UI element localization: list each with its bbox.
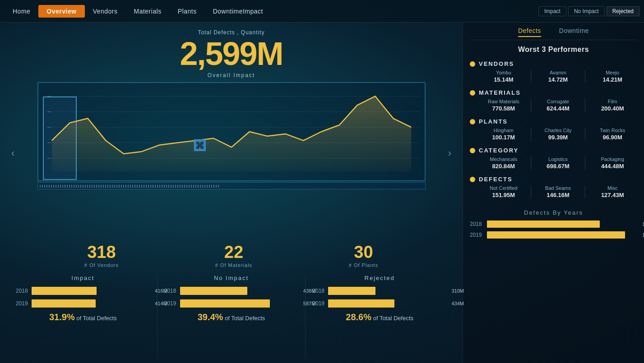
nav-arrow-left[interactable]: ‹ bbox=[11, 147, 14, 159]
bar-noimpact-title: No Impact bbox=[164, 275, 299, 281]
performer-items-defects: Not Certified 151.95M Bad Seams 146.16M … bbox=[470, 185, 637, 198]
svg-marker-15 bbox=[51, 96, 411, 171]
performer-items-plants: Hingham 100.17M Charles City 99.39M Twin… bbox=[470, 128, 637, 141]
bar-rejected-val-2018: 310M bbox=[451, 288, 464, 294]
bar-noimpact-pct: 39.4% of Total Defects bbox=[164, 312, 299, 322]
performer-item-value: 14.21M bbox=[588, 76, 637, 83]
performer-item-value: 15.14M bbox=[479, 76, 528, 83]
bar-rejected-title: Rejected bbox=[312, 275, 447, 281]
performer-item: Mechanicals 820.84M bbox=[479, 156, 528, 170]
bar-impact-pct: 31.9% of Total Defects bbox=[16, 312, 150, 322]
cursor-icon[interactable] bbox=[194, 139, 206, 151]
divider bbox=[585, 99, 585, 112]
bar-rejected-fill-2019 bbox=[328, 299, 394, 308]
nav-home[interactable]: Home bbox=[5, 8, 38, 15]
bar-rejected-highlight: 28.6% bbox=[346, 312, 371, 322]
performer-item: Yombu 15.14M bbox=[479, 70, 528, 83]
bar-impact-2018: 2018 416M bbox=[16, 287, 150, 295]
performer-items-materials: Raw Materials 770.58M Corrugate 624.44M … bbox=[470, 99, 637, 112]
bar-impact-pct-label: of Total Defects bbox=[76, 315, 116, 322]
stat-plants: 30 # Of Plants bbox=[349, 244, 378, 268]
filter-rejected[interactable]: Rejected bbox=[607, 6, 639, 16]
bar-rejected-val-2019: 434M bbox=[451, 301, 464, 306]
performer-item: Charles City 99.39M bbox=[533, 128, 583, 141]
performer-materials: Materials Raw Materials 770.58M Corrugat… bbox=[470, 89, 637, 112]
bar-noimpact-fill-2018 bbox=[180, 287, 248, 295]
right-panel: Defects Downtime Worst 3 Performers Vend… bbox=[463, 23, 644, 363]
performer-item: Corrugate 624.44M bbox=[533, 99, 583, 112]
performer-plants: Plants Hingham 100.17M Charles City 99.3… bbox=[470, 118, 637, 141]
scrollbar-marks bbox=[40, 185, 423, 188]
performer-category-defects: Defects bbox=[479, 176, 513, 183]
nav-arrow-right[interactable]: › bbox=[448, 147, 451, 159]
line-chart[interactable] bbox=[37, 82, 426, 181]
bar-impact-track-2018: 416M bbox=[32, 287, 150, 295]
stat-vendors-value: 318 bbox=[84, 244, 119, 261]
bar-section-rejected: Rejected 2018 310M 2019 434M bbox=[306, 275, 454, 358]
performer-item-value: 624.44M bbox=[533, 105, 583, 112]
performer-item: Logistics 698.67M bbox=[533, 156, 583, 170]
performer-item-value: 14.72M bbox=[533, 76, 583, 83]
performer-item-value: 151.95M bbox=[479, 192, 528, 198]
bar-rejected-fill-2018 bbox=[328, 287, 375, 295]
performer-dot-category bbox=[470, 148, 475, 153]
performer-header-plants: Plants bbox=[470, 118, 637, 125]
tab-defects[interactable]: Defects bbox=[518, 27, 541, 37]
chart-container: Total Defects , Quantity 2,599M Overall … bbox=[9, 27, 454, 239]
performer-item-name: Packaging bbox=[588, 156, 637, 162]
dby-fill-2018 bbox=[487, 221, 600, 228]
performer-item: Bad Seams 146.16M bbox=[533, 185, 583, 198]
performer-category-vendors: Vendors bbox=[479, 60, 514, 67]
nav-vendors[interactable]: Vendors bbox=[85, 8, 126, 15]
nav-overview[interactable]: Overview bbox=[38, 5, 84, 18]
filter-impact[interactable]: Impact bbox=[538, 6, 566, 16]
stat-plants-value: 30 bbox=[349, 244, 378, 261]
performer-header-category: Category bbox=[470, 147, 637, 154]
defects-by-years: Defects By Years 2018 1164M 2019 1435M bbox=[470, 209, 637, 242]
stat-materials-label: # Of Materials bbox=[215, 262, 252, 268]
bar-impact-2019: 2019 414M bbox=[16, 299, 150, 308]
performer-item-name: Mechanicals bbox=[479, 156, 528, 162]
performer-item-value: 770.58M bbox=[479, 105, 528, 112]
performer-item-name: Meejo bbox=[588, 70, 637, 75]
nav-downtime-impact[interactable]: DowntimeImpact bbox=[205, 8, 271, 15]
performer-item-value: 820.84M bbox=[479, 163, 528, 170]
bar-noimpact-val-2018: 438M bbox=[303, 288, 316, 294]
dby-row-2018: 2018 1164M bbox=[470, 221, 637, 228]
performer-header-vendors: Vendors bbox=[470, 60, 637, 67]
performer-item-name: Misc bbox=[588, 185, 637, 191]
performer-item-name: Not Certified bbox=[479, 185, 528, 191]
right-tabs: Defects Downtime bbox=[470, 27, 637, 40]
tab-downtime[interactable]: Downtime bbox=[559, 27, 589, 37]
performer-item-value: 127.43M bbox=[588, 192, 637, 198]
performer-item-value: 99.39M bbox=[533, 134, 583, 141]
performer-item-name: Twin Rocks bbox=[588, 128, 637, 133]
performer-dot-defects bbox=[470, 177, 475, 182]
performer-item-name: Avamm bbox=[533, 70, 583, 75]
divider bbox=[531, 156, 531, 170]
performer-item: Packaging 444.48M bbox=[588, 156, 637, 170]
performer-item-name: Charles City bbox=[533, 128, 583, 133]
performer-item-value: 146.16M bbox=[533, 192, 583, 198]
bar-noimpact-fill-2019 bbox=[180, 299, 270, 308]
bar-impact-fill-2018 bbox=[32, 287, 97, 295]
total-defects-value: 2,599M bbox=[180, 37, 283, 70]
bar-section-noimpact: No Impact 2018 438M 2019 587M bbox=[158, 275, 306, 358]
nav-plants[interactable]: Plants bbox=[170, 8, 205, 15]
chart-scrollbar[interactable] bbox=[37, 182, 426, 189]
dby-year-2019: 2019 bbox=[470, 232, 487, 238]
divider bbox=[585, 128, 585, 141]
performers-container: Vendors Yombu 15.14M Avamm 14.72M Meejo … bbox=[470, 60, 637, 205]
stat-materials-value: 22 bbox=[215, 244, 252, 261]
stats-row: 318 # Of Vendors 22 # Of Materials 30 # … bbox=[9, 244, 454, 268]
bar-noimpact-2019: 2019 587M bbox=[164, 299, 299, 308]
filter-no-impact[interactable]: No Impact bbox=[568, 6, 605, 16]
bar-noimpact-track-2019: 587M bbox=[180, 299, 299, 308]
performer-item: Misc 127.43M bbox=[588, 185, 637, 198]
divider bbox=[585, 156, 585, 170]
nav-materials[interactable]: Materials bbox=[126, 8, 170, 15]
bar-noimpact-2018: 2018 438M bbox=[164, 287, 299, 295]
dby-fill-2019 bbox=[487, 231, 625, 239]
divider bbox=[531, 185, 531, 198]
performer-item-value: 96.90M bbox=[588, 134, 637, 141]
